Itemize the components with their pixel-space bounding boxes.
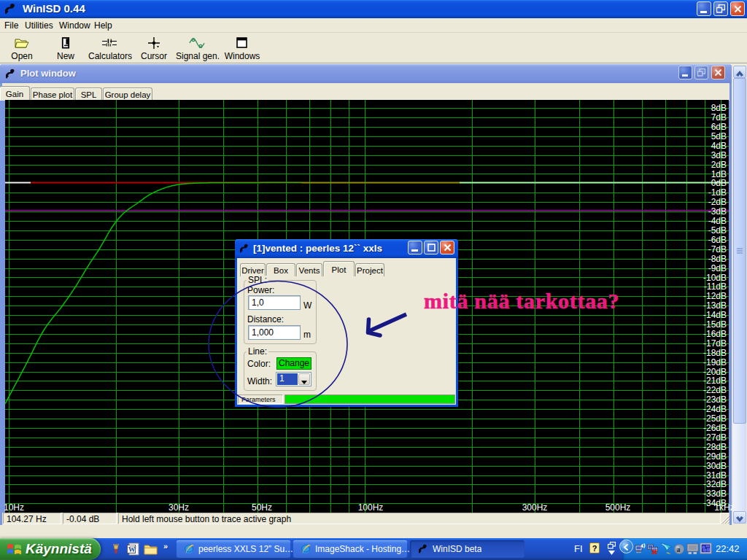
svg-text:-26dB: -26dB [703, 423, 727, 433]
svg-text:-32dB: -32dB [703, 479, 727, 489]
svg-text:-3dB: -3dB [708, 206, 727, 217]
svg-text:1dB: 1dB [711, 169, 727, 179]
svg-text:-1dB: -1dB [708, 187, 727, 198]
svg-text:-8dB: -8dB [708, 254, 727, 264]
svg-text:-22dB: -22dB [703, 385, 727, 395]
svg-text:300Hz: 300Hz [522, 502, 548, 513]
svg-text:-33dB: -33dB [703, 489, 727, 499]
svg-text:10Hz: 10Hz [4, 502, 24, 513]
svg-text:a: a [677, 545, 681, 553]
svg-text:-16dB: -16dB [703, 329, 727, 339]
svg-text:-7dB: -7dB [708, 244, 727, 254]
svg-text:-17dB: -17dB [703, 338, 727, 349]
svg-text:-27dB: -27dB [703, 432, 727, 443]
svg-text:-10dB: -10dB [703, 273, 727, 283]
svg-text:-21dB: -21dB [703, 376, 727, 386]
svg-text:1kHz: 1kHz [714, 502, 734, 513]
svg-text:-14dB: -14dB [703, 310, 727, 320]
svg-text:-28dB: -28dB [703, 442, 727, 452]
svg-text:-15dB: -15dB [703, 319, 727, 330]
svg-text:-29dB: -29dB [703, 451, 727, 462]
svg-text:30Hz: 30Hz [169, 502, 189, 513]
svg-text:-24dB: -24dB [703, 404, 727, 414]
svg-text:8dB: 8dB [711, 103, 727, 113]
svg-text:-18dB: -18dB [703, 348, 727, 358]
svg-text:-20dB: -20dB [703, 367, 727, 377]
svg-text:-6dB: -6dB [708, 235, 727, 245]
svg-text:6dB: 6dB [711, 122, 727, 132]
svg-text:5dB: 5dB [711, 131, 727, 141]
svg-text:-23dB: -23dB [703, 394, 727, 405]
svg-text:-9dB: -9dB [708, 263, 727, 273]
svg-text:7dB: 7dB [711, 112, 727, 122]
svg-text:-12dB: -12dB [703, 291, 727, 301]
svg-text:500Hz: 500Hz [605, 502, 631, 513]
svg-text:0dB: 0dB [711, 178, 727, 188]
svg-text:-31dB: -31dB [703, 470, 727, 481]
svg-text:100Hz: 100Hz [358, 502, 384, 513]
svg-text:-4dB: -4dB [708, 216, 727, 226]
svg-text:-19dB: -19dB [703, 357, 727, 368]
svg-text:50Hz: 50Hz [252, 502, 272, 513]
svg-text:2dB: 2dB [711, 160, 727, 170]
svg-text:-13dB: -13dB [703, 300, 727, 311]
svg-text:-30dB: -30dB [703, 461, 727, 471]
svg-text:-5dB: -5dB [708, 225, 727, 236]
svg-text:-25dB: -25dB [703, 413, 727, 424]
svg-text:3dB: 3dB [711, 150, 727, 160]
svg-text:-2dB: -2dB [708, 197, 727, 207]
svg-text:4dB: 4dB [711, 141, 727, 151]
svg-text:-11dB: -11dB [704, 281, 727, 292]
